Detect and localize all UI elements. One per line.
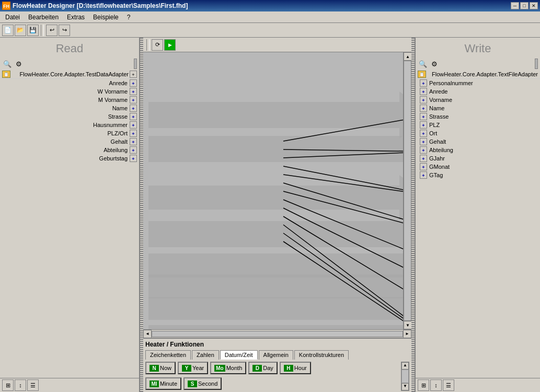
menu-help[interactable]: ? [123, 13, 135, 22]
redo-button[interactable]: ↪ [59, 25, 70, 36]
write-settings-button[interactable]: ⚙ [429, 59, 440, 69]
maximize-button[interactable]: □ [520, 2, 528, 9]
read-settings-button[interactable]: ⚙ [14, 59, 24, 69]
field-expand[interactable]: + [130, 105, 137, 112]
field-row[interactable]: Name + [0, 104, 139, 112]
write-field-icon[interactable]: + [420, 121, 427, 129]
write-field-icon[interactable]: + [420, 88, 427, 95]
field-row[interactable]: PLZ/Ort + [0, 129, 139, 137]
canvas-hscrollbar[interactable]: ◄ ► [143, 329, 411, 338]
menu-bar: Datei Bearbeiten Extras Beispiele ? [0, 11, 540, 23]
field-expand[interactable]: + [130, 121, 137, 129]
field-expand[interactable]: + [130, 155, 137, 162]
field-row[interactable]: W Vorname + [0, 87, 139, 96]
write-field-row[interactable]: + Abteilung [416, 146, 540, 154]
menu-bearbeiten[interactable]: Bearbeiten [24, 13, 63, 22]
fp-scroll-down[interactable]: ▼ [401, 383, 409, 390]
open-button[interactable]: 📂 [15, 25, 26, 36]
write-field-row[interactable]: + GMonat [416, 163, 540, 171]
write-field-icon[interactable]: + [420, 105, 427, 112]
write-field-icon[interactable]: + [420, 163, 427, 170]
write-more-button[interactable] [535, 59, 538, 69]
field-row[interactable]: Gehalt + [0, 137, 139, 146]
btn-now[interactable]: N Now [145, 362, 176, 374]
field-expand[interactable]: + [130, 138, 137, 145]
field-row[interactable]: Hausnummer + [0, 121, 139, 129]
write-field-row[interactable]: + Name [416, 104, 540, 112]
write-field-row[interactable]: + Ort [416, 129, 540, 137]
hscroll-thumb[interactable] [152, 331, 403, 337]
write-field-icon[interactable]: + [420, 96, 427, 103]
write-field-row[interactable]: + Anrede [416, 87, 540, 96]
scroll-left-button[interactable]: ◄ [143, 330, 152, 338]
field-expand[interactable]: + [130, 79, 137, 87]
write-field-row[interactable]: + GTag [416, 171, 540, 179]
btn-hour[interactable]: H Hour [280, 362, 311, 374]
tab-allgemein[interactable]: Allgemein [259, 350, 293, 360]
read-search-button[interactable]: 🔍 [2, 59, 13, 69]
tab-kontrollstrukturen[interactable]: Kontrollstrukturen [294, 350, 349, 360]
field-expand[interactable]: + [130, 146, 137, 154]
write-field-row[interactable]: + PLZ [416, 121, 540, 129]
fp-scroll-up[interactable]: ▲ [401, 362, 409, 370]
save-button[interactable]: 💾 [27, 25, 39, 36]
write-field-icon[interactable]: + [420, 171, 427, 179]
field-expand[interactable]: + [130, 130, 137, 137]
minimize-button[interactable]: ─ [511, 2, 519, 9]
read-grid-view[interactable]: ⊞ [2, 379, 14, 391]
write-field-row[interactable]: + Personalnummer [416, 79, 540, 87]
read-adapter-expand[interactable]: + [130, 71, 137, 78]
write-field-row[interactable]: + Strasse [416, 112, 540, 121]
tab-datum-zeit[interactable]: Datum/Zeit [220, 350, 258, 360]
field-expand[interactable]: + [130, 88, 137, 95]
field-row[interactable]: Strasse + [0, 112, 139, 121]
write-field-icon[interactable]: + [420, 79, 427, 87]
write-field-icon[interactable]: + [420, 113, 427, 120]
write-grid-view[interactable]: ⊞ [418, 379, 429, 391]
menu-datei[interactable]: Datei [1, 13, 24, 22]
field-row[interactable]: Geburtstag + [0, 154, 139, 163]
btn-second[interactable]: S Second [183, 377, 222, 390]
field-row[interactable]: Anrede + [0, 79, 139, 87]
field-row[interactable]: M Vorname + [0, 96, 139, 104]
close-button[interactable]: ✕ [530, 2, 538, 9]
write-field-icon[interactable]: + [420, 146, 427, 154]
tab-zeichenketten[interactable]: Zeichenketten [145, 350, 191, 360]
write-field-row[interactable]: + Gehalt [416, 137, 540, 146]
field-expand[interactable]: + [130, 113, 137, 120]
btn-minute[interactable]: MI Minute [145, 377, 181, 390]
canvas-tool2[interactable]: ▶ [164, 39, 176, 51]
read-more-button[interactable] [134, 59, 137, 69]
write-list[interactable]: ☰ [443, 379, 454, 391]
menu-extras[interactable]: Extras [63, 13, 89, 22]
scroll-down-button[interactable]: ▼ [404, 321, 411, 329]
read-sort[interactable]: ↕ [15, 379, 26, 391]
btn-day[interactable]: D Day [248, 362, 278, 374]
new-button[interactable]: 📄 [2, 25, 14, 36]
write-field-icon[interactable]: + [420, 138, 427, 145]
scroll-thumb[interactable] [404, 61, 411, 321]
menu-beispiele[interactable]: Beispiele [89, 13, 123, 22]
undo-button[interactable]: ↩ [46, 25, 58, 36]
write-field-icon[interactable]: + [420, 155, 427, 162]
read-adapter-row[interactable]: 📋 FlowHeater.Core.Adapter.TestDataAdapte… [0, 70, 139, 79]
canvas-area[interactable]: ■ IF × + ≋ ≋ ■ [143, 52, 411, 329]
fp-vscrollbar[interactable]: ▲ ▼ [401, 362, 409, 391]
write-field-icon[interactable]: + [420, 130, 427, 137]
fp-scroll-thumb[interactable] [401, 370, 409, 383]
btn-year[interactable]: Y Year [178, 362, 208, 374]
scroll-up-button[interactable]: ▲ [404, 52, 411, 61]
read-list[interactable]: ☰ [27, 379, 39, 391]
write-field-row[interactable]: + Vorname [416, 96, 540, 104]
write-field-row[interactable]: + GJahr [416, 154, 540, 163]
scroll-right-button[interactable]: ► [403, 330, 411, 338]
field-row[interactable]: Abteilung + [0, 146, 139, 154]
write-search-button[interactable]: 🔍 [418, 59, 428, 69]
field-expand[interactable]: + [130, 96, 137, 103]
tab-zahlen[interactable]: Zahlen [192, 350, 219, 360]
write-sort[interactable]: ↕ [430, 379, 442, 391]
write-adapter-row[interactable]: 📋 FlowHeater.Core.Adapter.TextFileAdapte… [416, 70, 540, 79]
btn-month[interactable]: Mo Month [210, 362, 246, 374]
canvas-tool1[interactable]: ⟳ [152, 39, 163, 51]
canvas-vscrollbar[interactable]: ▲ ▼ [403, 52, 411, 329]
